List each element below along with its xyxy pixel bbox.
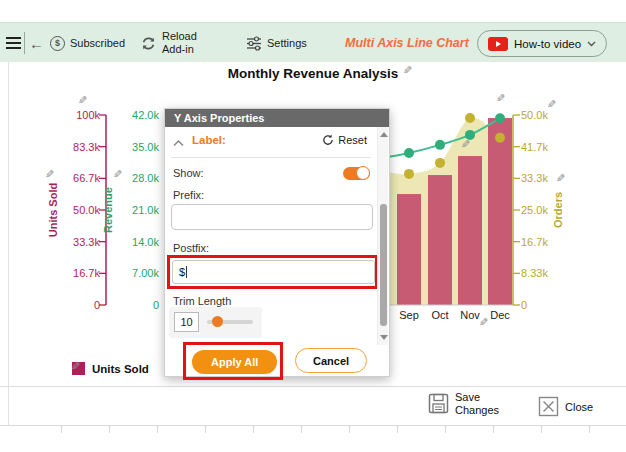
axis-tick-label: 83.3k xyxy=(73,141,100,153)
edit-pencil-icon[interactable]: ✎ xyxy=(45,169,54,180)
x-axis-label: Sep xyxy=(399,309,419,321)
show-label: Show: xyxy=(173,167,204,179)
axis-tick-label: 28.0k xyxy=(132,172,159,184)
axis-tick-label: 0 xyxy=(153,299,159,311)
edit-pencil-icon[interactable]: ✎ xyxy=(78,95,87,106)
legend-item[interactable]: Units Sold xyxy=(72,362,149,375)
edit-pencil-icon[interactable]: ✎ xyxy=(479,317,488,328)
revenue-marker xyxy=(404,148,414,158)
apply-annotation-box: Apply All xyxy=(183,342,283,380)
trim-length-value[interactable]: 10 xyxy=(174,312,199,332)
axis-tick-label: 66.7k xyxy=(73,172,100,184)
edit-pencil-icon[interactable]: ✎ xyxy=(496,93,505,104)
reset-icon xyxy=(322,134,334,146)
cancel-button[interactable]: Cancel xyxy=(295,348,367,373)
revenue-marker xyxy=(435,140,445,150)
close-x-icon xyxy=(538,396,559,417)
close-button[interactable]: Close xyxy=(538,396,593,417)
axis-tick-label: 16.7k xyxy=(73,267,100,279)
scroll-up-icon[interactable] xyxy=(380,132,388,137)
axis-tick-label: 7.00k xyxy=(132,267,159,279)
addin-window: ← $ Subscribed Reload Add-in xyxy=(0,0,626,452)
apply-all-button[interactable]: Apply All xyxy=(192,350,277,374)
section-divider xyxy=(171,157,371,158)
axis-tick-label: 42.0k xyxy=(132,109,159,121)
dialog-scrollbar[interactable] xyxy=(377,127,388,345)
axis-tick-label: 35.0k xyxy=(132,141,159,153)
units-sold-bar xyxy=(458,156,482,305)
axis-tick-label: 0 xyxy=(521,299,527,311)
show-toggle[interactable] xyxy=(343,167,370,180)
toggle-knob xyxy=(356,166,370,180)
prefix-input[interactable] xyxy=(171,204,373,230)
reset-label: Reset xyxy=(338,134,367,146)
edit-pencil-icon[interactable]: ✎ xyxy=(556,173,565,184)
x-axis-label: Nov xyxy=(460,309,480,321)
postfix-value: $ xyxy=(179,266,185,278)
trim-length-label: Trim Length xyxy=(173,295,231,307)
edit-pencil-icon[interactable]: ✎ xyxy=(403,65,412,76)
axis-title: Revenue xyxy=(102,187,114,233)
dialog-title[interactable]: Y Axis Properties xyxy=(165,109,389,127)
revenue-marker xyxy=(495,113,505,123)
reset-button[interactable]: Reset xyxy=(322,134,367,146)
text-caret xyxy=(186,266,187,278)
axis-title: Orders xyxy=(552,192,564,228)
axis-tick-label: 33.3k xyxy=(521,172,548,184)
orders-marker xyxy=(465,113,475,123)
axis-tick-label: 100k xyxy=(76,109,100,121)
scroll-down-icon[interactable] xyxy=(380,335,388,340)
trim-length-slider[interactable] xyxy=(207,320,253,324)
postfix-label: Postfix: xyxy=(173,242,209,254)
axis-tick-label: 33.3k xyxy=(73,236,100,248)
slider-thumb[interactable] xyxy=(212,316,223,327)
orders-marker xyxy=(495,133,505,143)
save-changes-label: Save Changes xyxy=(455,391,507,416)
orders-marker xyxy=(435,158,445,168)
edit-pencil-icon[interactable]: ✎ xyxy=(113,169,122,180)
x-axis-label: Oct xyxy=(431,309,448,321)
prefix-label: Prefix: xyxy=(173,189,204,201)
axis-tick-label: 21.0k xyxy=(132,204,159,216)
postfix-annotation-box: $ xyxy=(167,255,378,289)
axis-title: Units Sold xyxy=(47,183,59,237)
save-changes-button[interactable]: Save Changes xyxy=(428,391,507,416)
axis-tick-label: 50.0k xyxy=(521,109,548,121)
units-sold-bar xyxy=(428,175,452,305)
chevron-up-icon xyxy=(173,140,184,147)
axis-tick-label: 50.0k xyxy=(73,204,100,216)
axis-tick-label: 41.7k xyxy=(521,141,548,153)
y-axis-properties-dialog: Y Axis Properties Label: Reset Show: Pre… xyxy=(164,108,390,377)
save-floppy-icon xyxy=(428,393,449,414)
label-section-heading: Label: xyxy=(192,134,226,146)
axis-tick-label: 8.33k xyxy=(521,267,548,279)
axis-tick-label: 14.0k xyxy=(132,236,159,248)
units-sold-bar xyxy=(397,194,421,305)
edit-pencil-icon[interactable]: ✎ xyxy=(71,361,80,372)
edit-pencil-icon[interactable]: ✎ xyxy=(547,99,556,110)
collapse-section-button[interactable] xyxy=(173,137,184,149)
axis-tick-label: 25.0k xyxy=(521,204,548,216)
legend-label: Units Sold xyxy=(92,363,149,375)
postfix-input[interactable]: $ xyxy=(172,260,375,284)
axis-tick-label: 16.7k xyxy=(521,236,548,248)
scrollbar-thumb[interactable] xyxy=(380,204,387,326)
x-axis-label: Dec xyxy=(490,309,510,321)
close-label: Close xyxy=(565,401,593,413)
edit-pencil-icon[interactable]: ✎ xyxy=(461,139,470,150)
trim-length-group: 10 xyxy=(169,307,262,338)
orders-marker xyxy=(404,169,414,179)
units-sold-bar xyxy=(488,118,512,305)
